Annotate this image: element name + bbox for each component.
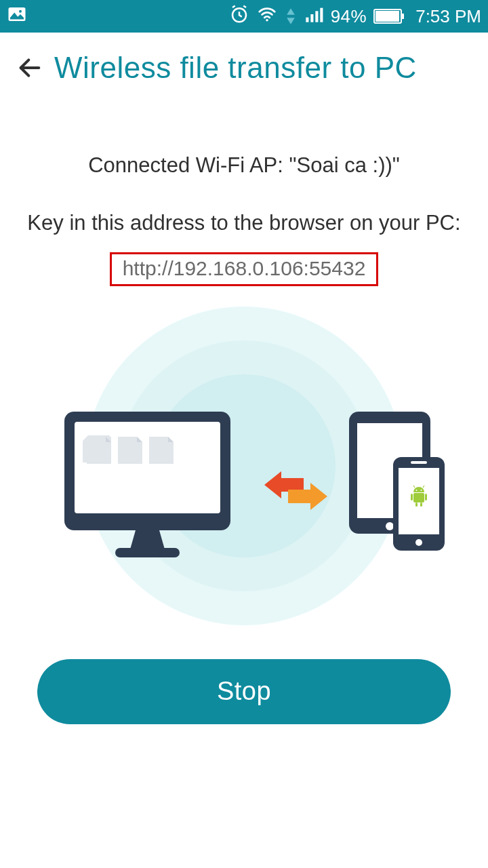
signal-icon xyxy=(304,5,324,28)
svg-rect-5 xyxy=(310,14,313,22)
back-button[interactable] xyxy=(12,50,47,85)
picture-icon xyxy=(7,4,27,29)
svg-rect-6 xyxy=(315,11,318,22)
stop-button-label: Stop xyxy=(217,677,271,705)
svg-rect-35 xyxy=(420,502,422,507)
app-header: Wireless file transfer to PC xyxy=(0,33,488,92)
data-arrows-icon xyxy=(285,7,297,26)
svg-point-37 xyxy=(421,490,422,491)
svg-rect-4 xyxy=(306,17,308,22)
wifi-icon xyxy=(256,4,278,29)
connected-wifi-label: Connected Wi-Fi AP: "Soai ca :))" xyxy=(14,153,474,178)
svg-rect-16 xyxy=(115,548,180,557)
svg-point-36 xyxy=(416,490,418,491)
instruction-label: Key in this address to the browser on yo… xyxy=(14,209,474,237)
stop-button[interactable]: Stop xyxy=(37,659,451,724)
svg-point-29 xyxy=(415,539,422,546)
page-title: Wireless file transfer to PC xyxy=(54,51,417,85)
battery-icon xyxy=(373,8,405,24)
svg-point-1 xyxy=(19,9,22,12)
alarm-icon xyxy=(229,4,249,29)
svg-rect-30 xyxy=(411,461,427,464)
svg-rect-33 xyxy=(425,494,427,500)
battery-percent: 94% xyxy=(331,6,367,27)
svg-point-26 xyxy=(386,522,394,530)
svg-rect-31 xyxy=(413,493,424,502)
svg-rect-10 xyxy=(402,14,404,19)
svg-rect-7 xyxy=(320,7,323,22)
transfer-illustration xyxy=(41,307,447,632)
svg-rect-32 xyxy=(411,494,413,500)
svg-rect-9 xyxy=(375,11,399,22)
svg-rect-34 xyxy=(415,502,418,507)
svg-point-3 xyxy=(266,19,268,22)
transfer-url: http://192.168.0.106:55432 xyxy=(110,252,379,286)
clock-time: 7:53 PM xyxy=(415,6,481,27)
main-content: Connected Wi-Fi AP: "Soai ca :))" Key in… xyxy=(0,153,488,724)
status-bar: 94% 7:53 PM xyxy=(0,0,488,33)
